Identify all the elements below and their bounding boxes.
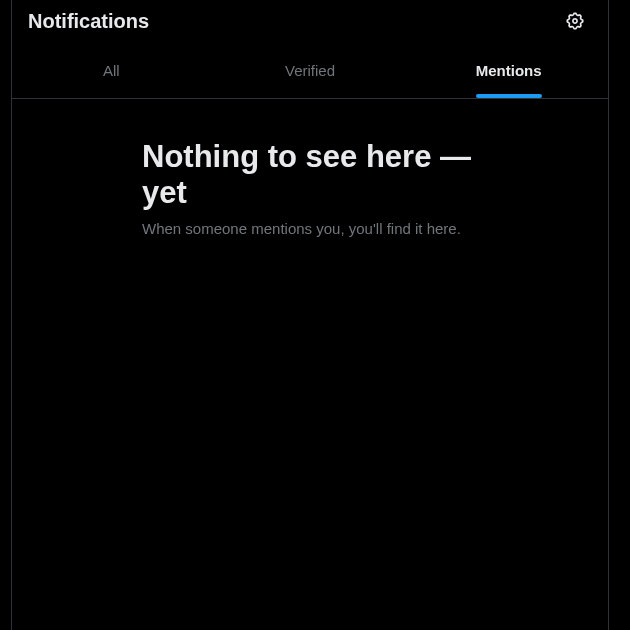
page-title: Notifications xyxy=(28,10,149,33)
tab-label: All xyxy=(103,62,120,79)
gear-icon xyxy=(565,11,585,31)
tab-mentions[interactable]: Mentions xyxy=(409,42,608,98)
tab-verified[interactable]: Verified xyxy=(211,42,410,98)
settings-button[interactable] xyxy=(558,4,592,38)
tab-active-indicator xyxy=(476,94,542,98)
tab-all[interactable]: All xyxy=(12,42,211,98)
empty-state-title: Nothing to see here — yet xyxy=(142,139,478,211)
empty-state: Nothing to see here — yet When someone m… xyxy=(142,139,478,239)
content-area: Nothing to see here — yet When someone m… xyxy=(12,99,608,279)
empty-state-subtitle: When someone mentions you, you'll find i… xyxy=(142,219,478,239)
tabs-bar: All Verified Mentions xyxy=(12,42,608,99)
tab-label: Verified xyxy=(285,62,335,79)
tab-label: Mentions xyxy=(476,62,542,79)
header: Notifications xyxy=(12,0,608,42)
notifications-panel: Notifications All Verified Mentions Noth… xyxy=(11,0,609,630)
